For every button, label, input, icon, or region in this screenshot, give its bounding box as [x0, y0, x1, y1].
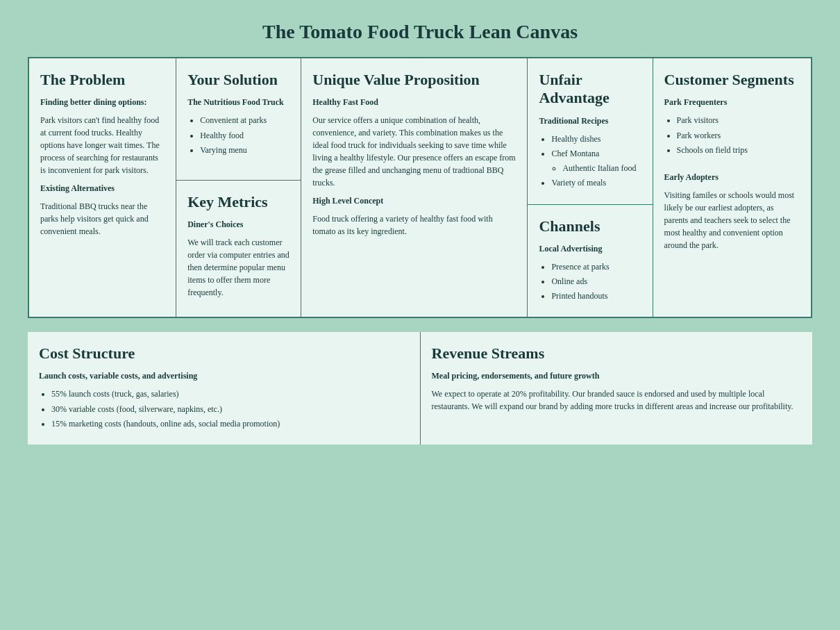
problem-sub1: Finding better dining options: [40, 96, 165, 108]
list-item: Convenient at parks [200, 114, 289, 127]
channels-section: Channels Local Advertising Presence at p… [528, 205, 652, 317]
customer-list1: Park visitors Park workers Schools on fi… [664, 114, 800, 157]
unfair-title: Unfair Advantage [539, 71, 641, 108]
list-item: Printed handouts [551, 290, 641, 303]
list-item: Varying menu [200, 144, 289, 157]
list-item: Schools on field trips [677, 144, 800, 157]
solution-list: Convenient at parks Healthy food Varying… [187, 114, 289, 157]
list-item: Chef Montana [551, 147, 641, 160]
uvp-sub1: Healthy Fast Food [312, 96, 516, 108]
unfair-sub1: Traditional Recipes [539, 115, 641, 127]
solution-metrics-column: Your Solution The Nutritious Food Truck … [176, 58, 301, 317]
list-item: 55% launch costs (truck, gas, salaries) [51, 388, 409, 401]
uvp-body1: Our service offers a unique combination … [312, 114, 516, 189]
bottom-section: Cost Structure Launch costs, variable co… [28, 332, 812, 445]
metrics-body1: We will track each customer order via co… [187, 236, 289, 299]
list-item: 30% variable costs (food, silverware, na… [51, 403, 409, 416]
revenue-sub1: Meal pricing, endorsements, and future g… [432, 370, 802, 382]
uvp-sub2: High Level Concept [312, 194, 516, 207]
list-item: Online ads [551, 275, 641, 288]
list-item: Authentic Italian food [562, 162, 641, 175]
list-item: Presence at parks [551, 260, 641, 274]
cost-list: 55% launch costs (truck, gas, salaries) … [39, 388, 409, 431]
list-item: Healthy dishes [551, 133, 641, 146]
problem-column: The Problem Finding better dining option… [29, 58, 176, 317]
channels-title: Channels [539, 217, 641, 235]
customer-title: Customer Segments [664, 71, 800, 89]
top-row: The Problem Finding better dining option… [29, 58, 811, 317]
metrics-section: Key Metrics Diner's Choices We will trac… [176, 181, 301, 317]
solution-sub1: The Nutritious Food Truck [187, 96, 289, 108]
metrics-sub1: Diner's Choices [187, 218, 289, 231]
customer-body2: Visiting familes or schools would most l… [664, 189, 800, 251]
customer-sub2: Early Adopters [664, 171, 800, 183]
metrics-title: Key Metrics [187, 193, 289, 211]
list-item: Park workers [677, 129, 800, 142]
list-item: 15% marketing costs (handouts, online ad… [51, 417, 409, 431]
customer-sub1: Park Frequenters [664, 96, 800, 108]
canvas-board: The Problem Finding better dining option… [28, 57, 812, 318]
solution-section: Your Solution The Nutritious Food Truck … [176, 58, 301, 181]
problem-sub2: Existing Alternatives [40, 182, 165, 194]
channels-sub1: Local Advertising [539, 242, 641, 255]
problem-title: The Problem [40, 71, 165, 89]
unfair-section: Unfair Advantage Traditional Recipes Hea… [528, 58, 652, 205]
problem-body1: Park visitors can't find healthy food at… [40, 114, 165, 176]
list-item: Healthy food [200, 129, 289, 142]
solution-title: Your Solution [187, 71, 289, 89]
uvp-column: Unique Value Proposition Healthy Fast Fo… [301, 58, 528, 317]
unfair-list: Healthy dishes Chef Montana Authentic It… [539, 133, 641, 190]
uvp-body2: Food truck offering a variety of healthy… [312, 213, 516, 238]
revenue-column: Revenue Streams Meal pricing, endorsemen… [421, 332, 813, 445]
list-item: Park visitors [677, 114, 800, 127]
unfair-channels-column: Unfair Advantage Traditional Recipes Hea… [528, 58, 653, 317]
cost-column: Cost Structure Launch costs, variable co… [28, 332, 421, 445]
page-title: The Tomato Food Truck Lean Canvas [28, 21, 812, 43]
revenue-body1: We expect to operate at 20% profitabilit… [432, 388, 802, 413]
problem-body2: Traditional BBQ trucks near the parks he… [40, 200, 165, 238]
channels-list: Presence at parks Online ads Printed han… [539, 260, 641, 304]
cost-title: Cost Structure [39, 345, 409, 363]
uvp-title: Unique Value Proposition [312, 71, 516, 89]
cost-sub1: Launch costs, variable costs, and advert… [39, 370, 409, 382]
customer-column: Customer Segments Park Frequenters Park … [653, 58, 811, 317]
list-item: Variety of meals [551, 176, 641, 190]
revenue-title: Revenue Streams [432, 345, 802, 363]
